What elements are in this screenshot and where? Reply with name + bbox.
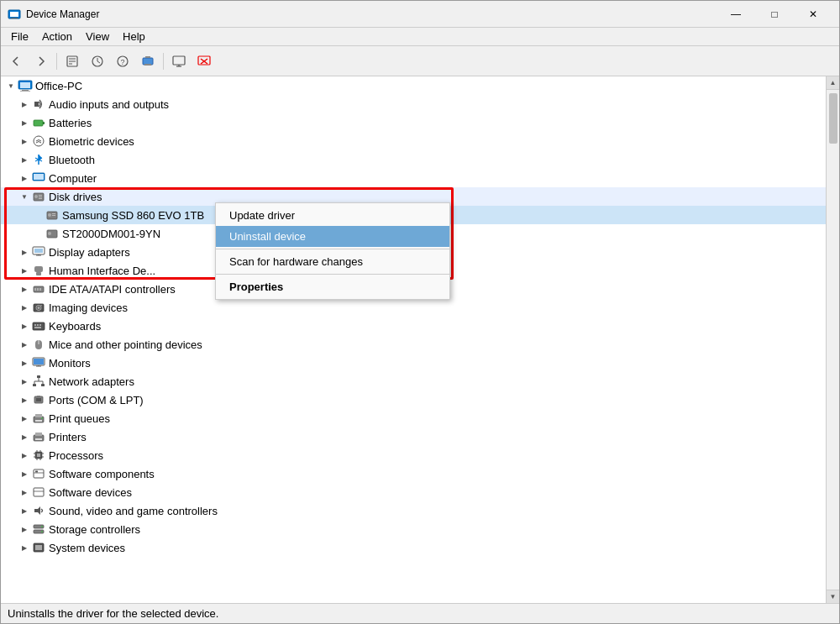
menu-view[interactable]: View	[79, 29, 116, 45]
disk-expander[interactable]: ▼	[18, 190, 31, 203]
storage-label: Storage controllers	[49, 523, 140, 536]
ctx-separator	[216, 249, 449, 249]
software-devices-icon	[31, 485, 46, 500]
tree-item-mice[interactable]: ▶ Mice and other pointing devices	[1, 335, 826, 354]
printers-icon	[31, 429, 46, 444]
menu-action[interactable]: Action	[35, 29, 79, 45]
network-expander[interactable]: ▶	[18, 375, 31, 388]
mice-expander[interactable]: ▶	[18, 338, 31, 351]
storage-expander[interactable]: ▶	[18, 522, 31, 536]
root-expander[interactable]: ▼	[4, 79, 18, 92]
scrollbar[interactable]: ▲ ▼	[826, 76, 839, 603]
tree-item-monitors[interactable]: ▶ Monitors	[1, 354, 826, 372]
system-expander[interactable]: ▶	[18, 541, 31, 554]
tree-root[interactable]: ▼ Office-PC	[1, 76, 826, 95]
forward-button[interactable]	[29, 50, 53, 73]
tree-item-print-queues[interactable]: ▶ Print queues	[1, 409, 826, 427]
scan-button[interactable]	[136, 50, 160, 73]
tree-item-biometric[interactable]: ▶ Biometric devices	[1, 132, 826, 150]
processors-label: Processors	[49, 449, 103, 462]
imaging-expander[interactable]: ▶	[18, 301, 31, 314]
status-text: Uninstalls the driver for the selected d…	[8, 607, 218, 620]
tree-item-sound[interactable]: ▶ Sound, video and game controllers	[1, 501, 826, 520]
ide-expander[interactable]: ▶	[18, 282, 31, 296]
svg-rect-89	[37, 454, 40, 457]
svg-rect-62	[39, 324, 41, 326]
tree-item-keyboards[interactable]: ▶ Keyboards	[1, 317, 826, 335]
svg-marker-103	[34, 506, 40, 515]
tree-item-ports[interactable]: ▶ Ports (COM & LPT)	[1, 391, 826, 409]
tree-item-software-devices[interactable]: ▶ Software devices	[1, 483, 826, 501]
tree-item-processors[interactable]: ▶ Processors	[1, 446, 826, 464]
svg-rect-41	[52, 213, 55, 214]
audio-icon	[31, 97, 46, 112]
monitors-expander[interactable]: ▶	[18, 356, 31, 370]
keyboards-expander[interactable]: ▶	[18, 319, 31, 333]
imaging-icon	[31, 300, 46, 315]
software-devices-expander[interactable]: ▶	[18, 485, 31, 499]
storage-icon	[31, 522, 46, 537]
update-button[interactable]	[86, 50, 109, 73]
bluetooth-expander[interactable]: ▶	[18, 153, 31, 166]
svg-rect-16	[198, 56, 210, 65]
close-button[interactable]: ✕	[794, 1, 832, 28]
ctx-update-driver[interactable]: Update driver	[216, 205, 449, 226]
ctx-separator-2	[216, 274, 449, 275]
scroll-thumb[interactable]	[829, 93, 837, 144]
tree-item-printers[interactable]: ▶ Printers	[1, 427, 826, 446]
tree-item-computer[interactable]: ▶ Computer	[1, 169, 826, 187]
hid-expander[interactable]: ▶	[18, 264, 31, 277]
help-button[interactable]: ?	[111, 50, 134, 73]
ctx-scan[interactable]: Scan for hardware changes	[216, 251, 449, 272]
device-tree[interactable]: ▼ Office-PC ▶	[1, 76, 826, 603]
svg-rect-2	[11, 18, 18, 18]
svg-rect-1	[10, 12, 18, 17]
tree-item-bluetooth[interactable]: ▶ Bluetooth	[1, 150, 826, 169]
tree-item-audio[interactable]: ▶ Audio inputs and outputs	[1, 95, 826, 113]
batteries-icon	[31, 115, 46, 130]
audio-expander[interactable]: ▶	[18, 97, 31, 111]
software-components-expander[interactable]: ▶	[18, 467, 31, 480]
svg-rect-82	[35, 414, 42, 417]
batteries-expander[interactable]: ▶	[18, 116, 31, 129]
computer-expander[interactable]: ▶	[18, 171, 31, 185]
maximize-button[interactable]: □	[755, 1, 794, 28]
tree-item-network[interactable]: ▶ Network adapters	[1, 372, 826, 391]
ctx-uninstall-device[interactable]: Uninstall device	[216, 226, 449, 247]
monitors-label: Monitors	[49, 357, 91, 370]
printers-expander[interactable]: ▶	[18, 430, 31, 443]
tree-item-imaging[interactable]: ▶ Imaging devices	[1, 298, 826, 317]
tree-item-software-components[interactable]: ▶ Software components	[1, 464, 826, 483]
menu-help[interactable]: Help	[116, 29, 152, 45]
sound-expander[interactable]: ▶	[18, 504, 31, 517]
window-title: Device Manager	[26, 8, 717, 20]
minimize-button[interactable]: —	[717, 1, 755, 28]
menu-file[interactable]: File	[4, 29, 35, 45]
uninstall-button[interactable]	[192, 50, 216, 73]
network-label: Network adapters	[49, 375, 134, 388]
svg-rect-59	[33, 322, 45, 330]
imaging-label: Imaging devices	[49, 302, 128, 314]
biometric-expander[interactable]: ▶	[18, 134, 31, 148]
print-queues-expander[interactable]: ▶	[18, 412, 31, 425]
ports-expander[interactable]: ▶	[18, 393, 31, 406]
toolbar-separator-1	[56, 53, 57, 70]
scroll-down[interactable]: ▼	[827, 590, 839, 603]
back-button[interactable]	[4, 50, 28, 73]
ctx-properties[interactable]: Properties	[216, 276, 449, 297]
display-button[interactable]	[167, 50, 191, 73]
svg-rect-38	[39, 198, 42, 199]
svg-point-107	[41, 531, 43, 532]
ports-label: Ports (COM & LPT)	[49, 394, 144, 406]
display-expander[interactable]: ▶	[18, 245, 31, 259]
tree-item-batteries[interactable]: ▶ Batteries	[1, 113, 826, 132]
print-queues-label: Print queues	[49, 412, 110, 425]
processors-expander[interactable]: ▶	[18, 448, 31, 462]
svg-rect-49	[34, 266, 43, 272]
properties-button[interactable]	[60, 50, 84, 73]
display-icon	[31, 244, 46, 260]
tree-item-system[interactable]: ▶ System devices	[1, 538, 826, 557]
svg-rect-20	[20, 82, 30, 88]
scroll-up[interactable]: ▲	[827, 76, 839, 90]
tree-item-storage[interactable]: ▶ Storage controllers	[1, 520, 826, 538]
